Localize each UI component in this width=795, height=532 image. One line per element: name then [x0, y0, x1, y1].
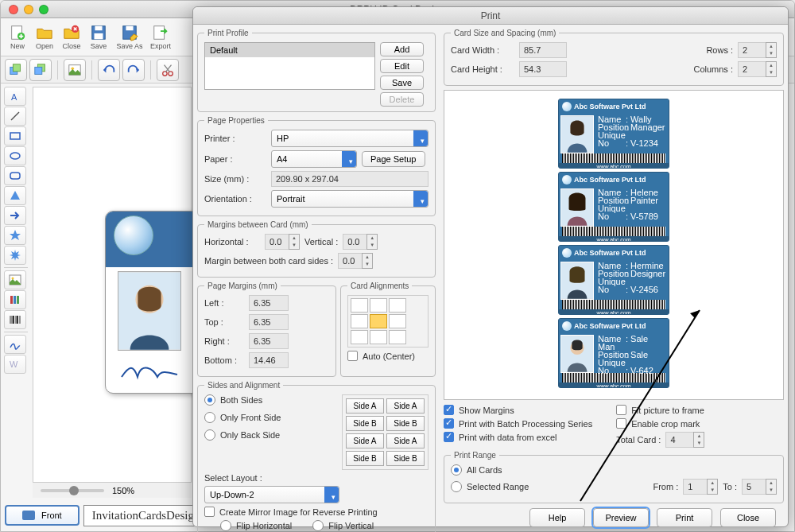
- maximize-window-icon[interactable]: [39, 5, 48, 14]
- card-width-input[interactable]: 85.7: [519, 42, 567, 58]
- side-a-2[interactable]: Side A: [386, 398, 425, 414]
- ellipse-tool[interactable]: [4, 146, 26, 165]
- margin-right-input[interactable]: 6.35: [249, 333, 289, 349]
- sides-group: Sides and Alignment Both Sides Only Fron…: [197, 381, 436, 532]
- close-file-button[interactable]: Close: [59, 20, 84, 54]
- library-tool[interactable]: [4, 290, 26, 309]
- printer-select[interactable]: HP: [271, 130, 429, 147]
- canvas-area[interactable]: [33, 87, 192, 492]
- back-only-radio[interactable]: [204, 429, 215, 441]
- margin-both-sides-input[interactable]: 0.0▲▼: [338, 253, 373, 269]
- minimize-window-icon[interactable]: [24, 5, 33, 14]
- side-a-4[interactable]: Side A: [386, 433, 425, 449]
- orientation-label: Orientation :: [204, 194, 266, 204]
- undo-button[interactable]: [98, 59, 120, 81]
- both-sides-radio[interactable]: [204, 394, 215, 406]
- text-tool[interactable]: A: [4, 87, 26, 106]
- save-as-button[interactable]: Save As: [113, 20, 146, 54]
- front-side-tab[interactable]: Front: [5, 505, 80, 526]
- columns-input[interactable]: 2▲▼: [738, 61, 777, 77]
- side-b-4[interactable]: Side B: [386, 451, 425, 466]
- from-input: 1▲▼: [683, 479, 718, 495]
- watermark-tool[interactable]: W: [4, 355, 26, 374]
- print-preview: Abc Software Pvt LtdName: WallyPosition:…: [444, 90, 784, 400]
- print-dialog: Print Print Profile Default Add Edit Sav…: [192, 6, 789, 527]
- send-backward-button[interactable]: [29, 59, 52, 81]
- print-profile-group: Print Profile Default Add Edit Save Dele…: [197, 29, 436, 112]
- paper-select[interactable]: A4: [271, 150, 357, 168]
- add-profile-button[interactable]: Add: [380, 42, 424, 56]
- margin-vertical-input[interactable]: 0.0▲▼: [343, 234, 378, 250]
- export-button[interactable]: Export: [148, 20, 173, 54]
- side-a-1[interactable]: Side A: [346, 398, 384, 414]
- to-input: 5▲▼: [742, 479, 777, 495]
- selected-range-radio[interactable]: [451, 481, 462, 492]
- svg-text:A: A: [11, 92, 17, 102]
- print-range-group: Print Range All Cards Selected Range Fro…: [444, 451, 784, 503]
- delete-profile-button[interactable]: Delete: [380, 92, 424, 107]
- side-a-3[interactable]: Side A: [346, 433, 384, 449]
- new-icon: [9, 24, 26, 41]
- svg-rect-8: [154, 26, 165, 40]
- batch-checkbox[interactable]: [444, 418, 454, 429]
- save-button[interactable]: Save: [86, 20, 111, 54]
- line-tool[interactable]: [4, 107, 26, 126]
- margin-bottom-input[interactable]: 14.46: [249, 352, 289, 368]
- bring-forward-button[interactable]: [5, 59, 27, 81]
- margins-card-group: Margins between Card (mm) Horizontal : 0…: [197, 220, 436, 278]
- save-profile-button[interactable]: Save: [380, 76, 424, 90]
- mirror-checkbox[interactable]: [204, 507, 215, 517]
- rectangle-tool[interactable]: [4, 126, 26, 146]
- side-b-1[interactable]: Side B: [346, 416, 384, 431]
- star-tool[interactable]: [4, 226, 26, 245]
- alignment-grid[interactable]: [347, 295, 429, 348]
- rows-input[interactable]: 2▲▼: [738, 42, 777, 58]
- layout-select[interactable]: Up-Down-2: [204, 486, 339, 503]
- svg-rect-10: [13, 64, 20, 71]
- preview-button[interactable]: Preview: [593, 508, 649, 527]
- show-margins-checkbox[interactable]: [444, 405, 454, 415]
- margin-left-input[interactable]: 6.35: [249, 295, 289, 311]
- zoom-bar: 150%: [33, 482, 192, 498]
- print-dialog-title: Print: [193, 7, 788, 25]
- fit-checkbox[interactable]: [616, 405, 626, 415]
- help-button[interactable]: Help: [529, 508, 585, 527]
- open-button[interactable]: Open: [32, 20, 57, 54]
- page-setup-button[interactable]: Page Setup: [362, 151, 425, 167]
- profile-list[interactable]: Default: [204, 42, 375, 90]
- picture-tool[interactable]: [4, 270, 26, 289]
- auto-center-checkbox[interactable]: [347, 351, 358, 361]
- card-front-icon: [22, 511, 35, 520]
- close-window-icon[interactable]: [9, 5, 18, 14]
- burst-tool[interactable]: [4, 246, 26, 265]
- edit-profile-button[interactable]: Edit: [380, 59, 424, 73]
- crop-checkbox[interactable]: [616, 418, 626, 429]
- triangle-tool[interactable]: [4, 186, 26, 205]
- print-button[interactable]: Print: [657, 508, 712, 527]
- close-button[interactable]: Close: [720, 508, 776, 527]
- side-b-2[interactable]: Side B: [386, 416, 425, 431]
- total-card-input[interactable]: 4▲▼: [665, 432, 704, 448]
- rounded-rect-tool[interactable]: [4, 166, 26, 185]
- arrow-tool[interactable]: [4, 206, 26, 225]
- all-cards-radio[interactable]: [451, 464, 462, 476]
- barcode-tool[interactable]: [4, 310, 26, 329]
- orientation-select[interactable]: Portrait: [271, 190, 429, 208]
- excel-checkbox[interactable]: [444, 432, 454, 442]
- redo-button[interactable]: [122, 59, 145, 81]
- margin-top-input[interactable]: 6.35: [249, 314, 289, 330]
- front-only-radio[interactable]: [204, 412, 215, 423]
- margin-horizontal-input[interactable]: 0.0▲▼: [265, 234, 300, 250]
- svg-rect-5: [95, 33, 103, 39]
- card-height-input[interactable]: 54.3: [519, 61, 567, 77]
- zoom-slider[interactable]: [41, 489, 104, 492]
- size-label: Size (mm) :: [204, 174, 266, 184]
- cut-button[interactable]: [157, 59, 179, 81]
- open-icon: [36, 24, 53, 41]
- new-button[interactable]: New: [5, 20, 30, 54]
- profile-item[interactable]: Default: [205, 43, 374, 57]
- signature-tool[interactable]: [4, 335, 26, 354]
- image-button[interactable]: [64, 59, 86, 81]
- svg-line-18: [11, 112, 19, 120]
- side-b-3[interactable]: Side B: [346, 451, 384, 466]
